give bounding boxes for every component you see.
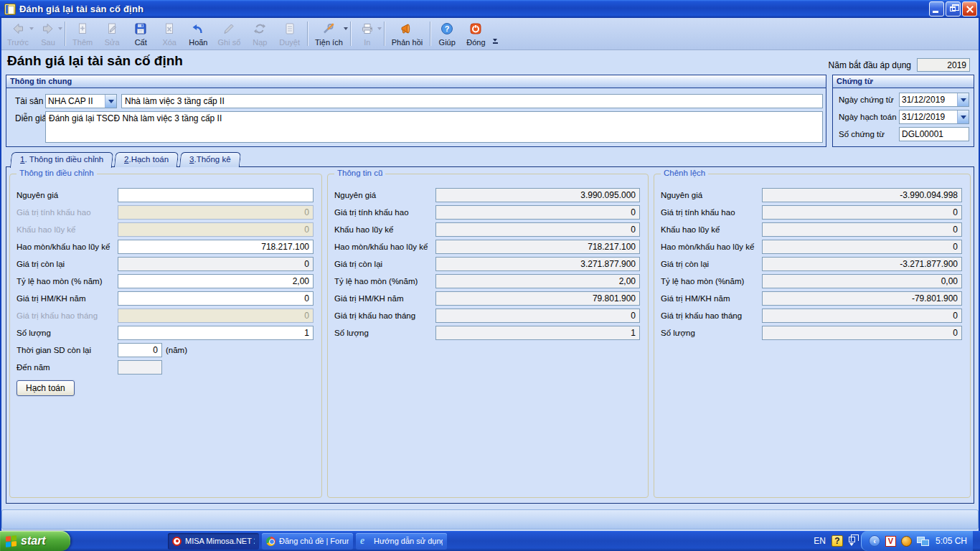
field-label: Nguyên giá [334,191,435,199]
field-value: 0 [762,309,962,323]
field-value: 0 [762,326,962,340]
restore-button[interactable] [946,1,961,17]
windows-logo-icon [6,535,17,547]
layout-switch-icon[interactable] [849,537,855,546]
language-indicator[interactable]: EN [814,536,826,546]
dropdown-arrow-icon[interactable] [58,27,62,30]
field-value: 0,00 [762,274,962,288]
toolbar-button-help[interactable]: ?Giúp [433,18,461,50]
toolbar-button-label: Sau [41,38,55,47]
toolbar-button-megaphone[interactable]: Phản hồi [387,18,428,50]
unikey-icon[interactable]: V [885,536,896,547]
field-row: Giá trị còn lại0 [17,257,314,271]
toolbar-button-label: Giúp [439,38,456,47]
tools-icon [321,22,336,36]
apply-year-field[interactable]: 2019 [917,58,970,72]
ie-icon: e [360,536,370,546]
asset-combo-arrow-icon[interactable] [105,95,116,108]
network-icon[interactable] [917,537,929,546]
minimize-button[interactable] [929,1,944,17]
toolbar-button-label: Ghi sổ [217,38,240,47]
toolbar-button-tools[interactable]: Tiện ích [310,18,348,50]
toolbar-overflow-button[interactable] [491,18,500,50]
toolbar: TrướcSauThêmSửaCấtXóaHoãnGhi sổNạpDuyệtT… [0,18,980,50]
printer-icon [360,22,374,36]
field-label: Số lượng [334,329,435,337]
field-row: Nguyên giá-3.990.094.998 [661,188,962,202]
asset-combobox[interactable]: NHA CAP II [45,94,117,108]
field-label: Giá trị khấu hao tháng [17,311,118,320]
field-value: 1 [435,326,640,340]
application-window: Đánh giá lại tài sản cố định TrướcSauThê… [0,0,980,551]
date-picker[interactable]: 31/12/2019 [899,110,969,124]
field-row: Giá trị HM/KH năm-79.801.900 [661,291,962,306]
field-label: Giá trị tính khấu hao [17,208,118,217]
field-label: Số lượng [17,329,118,337]
description-field[interactable]: Đánh giá lại TSCĐ Nhà làm việc 3 tầng cấ… [45,111,823,143]
taskbar-task-3[interactable]: eHướng dẫn sử dụng ... [356,533,447,550]
field-row: Hao mòn/khấu hao lũy kế0 [661,240,962,254]
field-label: Thời gian SD còn lại [17,346,118,354]
checklist-icon [283,22,297,36]
start-button[interactable]: start [0,531,70,551]
field-value[interactable]: 0 [118,343,162,357]
hach-toan-button[interactable]: Hạch toán [17,380,75,396]
field-label: Giá trị khấu hao tháng [334,311,435,320]
asset-name-field[interactable]: Nhà làm việc 3 tầng cấp II [121,94,823,108]
field-suffix: (năm) [166,346,187,354]
taskbar-task-1[interactable]: MISA Mimosa.NET 20... [168,533,259,550]
toolbar-button-doc-add: Thêm [67,18,98,50]
toolbar-button-checklist: Duyệt [274,18,305,50]
field-value[interactable]: 1 [118,326,314,340]
misa-icon [172,537,182,546]
field-value[interactable]: 0 [118,291,314,306]
field-label: Số lượng [661,329,762,337]
field-row: Giá trị khấu hao tháng0 [661,309,962,323]
field-value: 0 [118,205,314,220]
date-dropdown-arrow-icon[interactable] [957,93,969,106]
toolbar-button-label: Duyệt [279,38,300,47]
field-value: -79.801.900 [762,291,962,306]
toolbar-button-floppy[interactable]: Cất [126,18,155,50]
toolbar-button-undo[interactable]: Hoãn [184,18,212,50]
collapse-tray-icon[interactable]: ‹ [869,535,880,547]
field-value: 0 [118,309,314,323]
general-info-header: Thông tin chung [6,75,826,88]
field-row: Tỷ lệ hao mòn (%năm)2,00 [334,274,640,288]
field-row: Giá trị khấu hao tháng0 [17,309,314,323]
arrow-left-icon [11,22,25,36]
voucher-header: Chứng từ [833,75,974,88]
field-row: Khấu hao lũy kế0 [661,222,962,237]
tab-2[interactable]: 2.Hạch toán [114,152,179,167]
field-row: Giá trị HM/KH năm79.801.900 [334,291,640,306]
field-label: Khấu hao lũy kế [661,225,762,234]
voucher-number-field[interactable]: DGL00001 [899,127,969,141]
field-value: 79.801.900 [435,291,640,306]
toolbar-separator [350,22,351,46]
titlebar: Đánh giá lại tài sản cố định [0,0,980,18]
toolbar-button-label: Cất [135,38,147,47]
dropdown-arrow-icon[interactable] [344,27,348,30]
toolbar-button-power[interactable]: Đóng [461,18,490,50]
dropdown-arrow-icon[interactable] [377,27,382,30]
field-value: 0 [118,257,314,271]
tab-3[interactable]: 3.Thống kê [179,152,241,167]
tab-1[interactable]: 1. Thông tin điều chỉnh [10,152,113,168]
system-tray: ‹ V 5:05 CH [861,531,973,551]
field-value[interactable]: 718.217.100 [118,240,314,254]
field-value[interactable] [118,188,314,202]
date-picker[interactable]: 31/12/2019 [899,93,969,107]
close-button[interactable] [962,1,977,17]
field-row: Số lượng1 [334,326,640,340]
gold-app-icon[interactable] [901,536,912,547]
date-dropdown-arrow-icon[interactable] [957,110,969,123]
field-label: Giá trị HM/KH năm [334,294,435,303]
page-title: Đánh giá lại tài sản cố định [7,53,183,69]
field-row: Giá trị khấu hao tháng0 [334,309,640,323]
input-help-icon[interactable]: ? [831,535,843,547]
field-label: Giá trị còn lại [17,260,118,268]
field-value[interactable]: 2,00 [118,274,314,288]
taskbar-task-2[interactable]: Đăng chủ đề | Forum ... [262,533,353,550]
field-label: Giá trị còn lại [334,260,435,268]
refresh-icon [253,22,267,36]
